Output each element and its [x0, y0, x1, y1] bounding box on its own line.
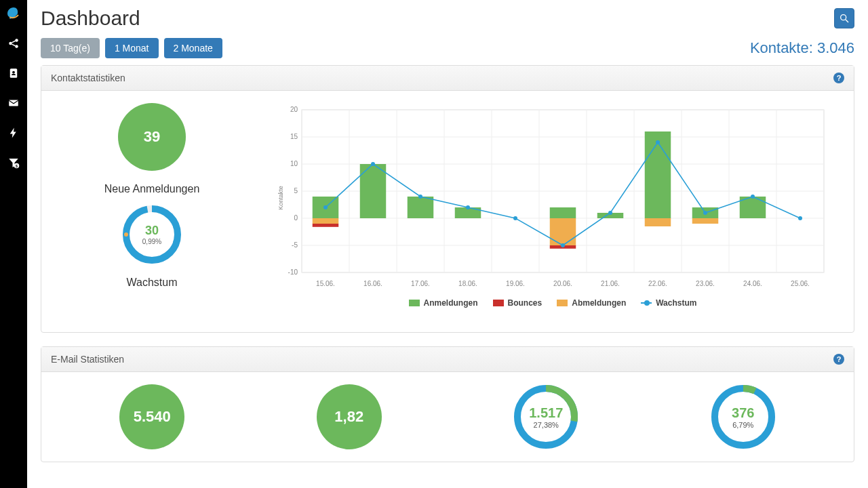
- svg-rect-59: [645, 218, 671, 226]
- svg-rect-52: [550, 207, 576, 218]
- email-click-value: 376: [732, 405, 754, 421]
- stat-anmeldungen-circle: 39: [118, 103, 186, 171]
- svg-text:19.06.: 19.06.: [506, 280, 525, 287]
- svg-text:22.06.: 22.06.: [648, 280, 667, 287]
- stat-anmeldungen-value: 39: [144, 128, 160, 146]
- legend-abmeldungen: Abmeldungen: [572, 298, 626, 308]
- nav-mail[interactable]: [5, 95, 22, 111]
- svg-point-2: [15, 45, 18, 48]
- legend-anmeldungen: Anmeldungen: [424, 298, 478, 308]
- svg-point-69: [418, 195, 422, 199]
- panel-title-email: E-Mail Statistiken: [51, 354, 124, 365]
- svg-text:-5: -5: [292, 241, 298, 249]
- svg-point-67: [323, 205, 328, 209]
- kontakte-count: Kontakte: 3.046: [750, 39, 854, 57]
- app-logo: [5, 5, 22, 22]
- chart-legend: Anmeldungen Bounces Abmeldungen Wachstum: [264, 298, 842, 308]
- tab-2-months[interactable]: 2 Monate: [164, 38, 222, 58]
- svg-text:10: 10: [290, 160, 298, 167]
- legend-bounces: Bounces: [508, 298, 542, 308]
- svg-text:15.06.: 15.06.: [316, 280, 335, 287]
- svg-point-75: [703, 211, 707, 215]
- svg-rect-62: [692, 218, 719, 224]
- svg-point-76: [751, 195, 755, 199]
- svg-point-8: [841, 15, 846, 20]
- email-open-pct: 27,38%: [534, 421, 559, 429]
- svg-rect-42: [313, 218, 339, 224]
- help-icon[interactable]: ?: [833, 354, 844, 365]
- page-title: Dashboard: [41, 7, 140, 30]
- svg-point-77: [798, 216, 802, 220]
- svg-point-1: [15, 39, 18, 42]
- svg-text:25.06.: 25.06.: [791, 280, 810, 287]
- svg-text:18.06.: 18.06.: [458, 280, 477, 287]
- email-click-ring: 3766,79%: [711, 384, 776, 449]
- search-icon: [839, 13, 850, 24]
- nav-share[interactable]: [5, 35, 22, 52]
- sidebar: $: [0, 0, 27, 488]
- main-content: Dashboard 10 Tag(e) 1 Monat 2 Monate Kon…: [27, 0, 868, 488]
- svg-point-70: [466, 205, 470, 209]
- svg-text:15: 15: [290, 133, 298, 140]
- svg-point-4: [12, 71, 15, 74]
- nav-bolt[interactable]: [5, 125, 22, 141]
- svg-rect-53: [550, 218, 576, 245]
- email-open-value: 1.517: [529, 405, 563, 421]
- email-per-value: 1,82: [334, 408, 363, 426]
- svg-text:5: 5: [294, 187, 298, 195]
- stat-wachstum-label: Wachstum: [127, 277, 178, 289]
- email-per-circle: 1,82: [317, 384, 382, 449]
- svg-text:21.06.: 21.06.: [601, 280, 620, 287]
- tab-1-month[interactable]: 1 Monat: [105, 38, 159, 58]
- panel-email-statistiken: E-Mail Statistiken ? 5.540 1,82 1.51727,…: [41, 346, 854, 462]
- svg-point-68: [371, 162, 375, 166]
- stat-wachstum-value: 30: [145, 224, 159, 238]
- svg-point-71: [513, 216, 517, 220]
- svg-rect-47: [408, 197, 434, 218]
- svg-text:20.06.: 20.06.: [553, 280, 572, 287]
- stat-anmeldungen-label: Neue Anmeldungen: [104, 183, 200, 195]
- svg-text:0: 0: [294, 214, 298, 222]
- stat-wachstum-sub: 0,99%: [142, 238, 161, 245]
- svg-text:23.06.: 23.06.: [696, 280, 715, 287]
- svg-line-9: [846, 20, 848, 22]
- date-range-tabs: 10 Tag(e) 1 Monat 2 Monate: [41, 38, 222, 58]
- email-sent-value: 5.540: [134, 408, 171, 426]
- svg-text:24.06.: 24.06.: [743, 280, 762, 287]
- email-sent-circle: 5.540: [119, 384, 184, 449]
- svg-text:$: $: [16, 164, 18, 168]
- svg-rect-58: [645, 131, 671, 218]
- legend-wachstum: Wachstum: [656, 298, 696, 308]
- svg-point-74: [656, 140, 660, 144]
- svg-point-72: [561, 243, 565, 247]
- search-button[interactable]: [834, 8, 854, 28]
- email-click-pct: 6,79%: [732, 421, 753, 429]
- help-icon[interactable]: ?: [833, 73, 844, 83]
- svg-text:16.06.: 16.06.: [363, 280, 382, 287]
- email-open-ring: 1.51727,38%: [513, 384, 578, 449]
- nav-contacts[interactable]: [5, 65, 22, 81]
- svg-rect-5: [9, 100, 18, 106]
- panel-title-kontakt: Kontaktstatistiken: [51, 73, 125, 83]
- svg-point-0: [9, 42, 12, 45]
- svg-text:20: 20: [290, 106, 298, 113]
- svg-text:-10: -10: [288, 268, 298, 276]
- svg-point-73: [608, 211, 612, 215]
- nav-funnel[interactable]: $: [5, 155, 22, 171]
- tab-10-days[interactable]: 10 Tag(e): [41, 38, 100, 58]
- stat-wachstum-ring: 30 0,99%: [122, 205, 182, 264]
- svg-text:17.06.: 17.06.: [411, 280, 430, 287]
- kontakt-chart: -10-505101520Kontakte15.06.16.06.17.06.1…: [264, 103, 842, 320]
- svg-rect-43: [313, 224, 339, 227]
- svg-text:Kontakte: Kontakte: [277, 186, 284, 210]
- panel-kontaktstatistiken: Kontaktstatistiken ? 39 Neue Anmeldungen: [41, 65, 854, 333]
